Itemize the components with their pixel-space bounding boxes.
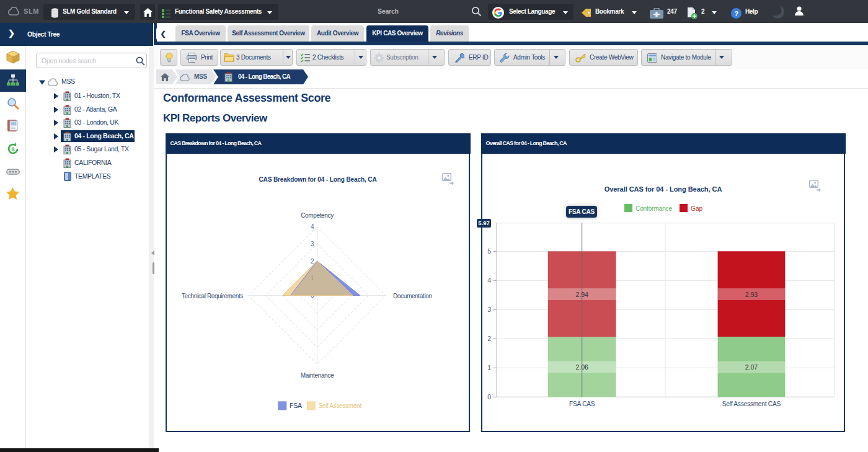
svg-text:4: 4 (311, 223, 314, 230)
svg-text:Self Assessment: Self Assessment (318, 402, 361, 409)
svg-text:Self Assessment CAS: Self Assessment CAS (722, 401, 781, 407)
svg-text:2: 2 (311, 258, 314, 265)
svg-text:Maintenance: Maintenance (301, 372, 334, 379)
svg-text:2.93: 2.93 (745, 291, 758, 298)
svg-text:5: 5 (487, 247, 491, 255)
svg-text:2.94: 2.94 (575, 291, 588, 298)
svg-text:2: 2 (487, 335, 491, 342)
svg-text:Competency: Competency (301, 212, 334, 219)
svg-text:Gap: Gap (691, 205, 703, 212)
svg-text:1: 1 (311, 275, 314, 281)
svg-text:1: 1 (487, 364, 491, 371)
svg-text:3: 3 (311, 241, 314, 247)
svg-text:0: 0 (487, 393, 491, 401)
svg-text:?: ? (734, 10, 738, 17)
svg-text:2.06: 2.06 (575, 363, 588, 371)
svg-text:$: $ (11, 146, 14, 153)
svg-text:Conformance: Conformance (636, 205, 672, 212)
svg-text:FSA CAS: FSA CAS (569, 401, 595, 407)
svg-text:2.07: 2.07 (745, 363, 758, 371)
svg-text:Technical Requirements: Technical Requirements (182, 293, 243, 299)
svg-text:3: 3 (487, 306, 491, 313)
svg-text:FSA: FSA (290, 402, 302, 409)
svg-text:Documentation: Documentation (393, 293, 432, 299)
svg-text:4: 4 (487, 277, 491, 284)
